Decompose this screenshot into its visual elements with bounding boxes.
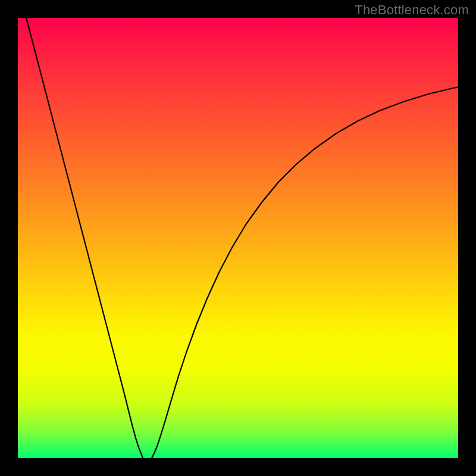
bottleneck-chart: TheBottleneck.com	[0, 0, 476, 476]
chart-svg	[0, 0, 476, 476]
watermark-text: TheBottleneck.com	[355, 2, 469, 18]
